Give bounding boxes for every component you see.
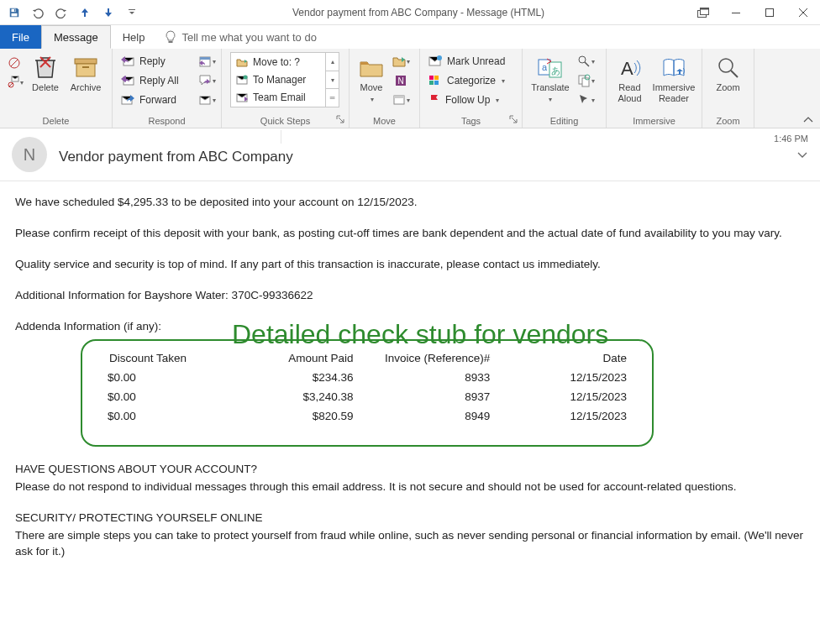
read-aloud-button[interactable]: A Read Aloud <box>612 52 648 118</box>
group-move: Move▾ ▾ N ▾ Move <box>350 49 420 128</box>
reply-all-icon <box>121 75 134 86</box>
onenote-button[interactable]: N <box>392 71 410 90</box>
security-heading: SECURITY/ PROTECTING YOURSELF ONLINE <box>15 510 805 526</box>
im-reply-button[interactable]: ▾ <box>197 71 216 90</box>
svg-rect-8 <box>766 8 774 16</box>
archive-button[interactable]: Archive <box>67 52 104 118</box>
group-tags: Mark Unread Categorize▾ Follow Up▾ Tags <box>420 49 523 128</box>
group-zoom: Zoom Zoom <box>702 49 754 128</box>
group-delete-label: Delete <box>0 116 112 128</box>
group-delete: ▾ Delete Archive Delete <box>0 49 113 128</box>
mark-unread-button[interactable]: Mark Unread <box>425 52 517 71</box>
maximize-button[interactable] <box>753 1 786 24</box>
meeting-reply-button[interactable]: ▾ <box>197 52 216 71</box>
tab-help[interactable]: Help <box>111 25 157 49</box>
group-editing: aあ Translate▾ ▾ ▾ ▾ Editing <box>523 49 607 128</box>
tell-me-label: Tell me what you want to do <box>181 31 316 44</box>
customize-qat-button[interactable] <box>121 2 143 24</box>
quicksteps-gallery: Move to: ? To Manager Team Email ▴ ▾ ═ <box>230 52 339 107</box>
save-button[interactable] <box>3 2 25 24</box>
svg-rect-34 <box>434 81 439 85</box>
cell-date: 12/15/2023 <box>493 369 630 388</box>
cell-amount: $3,240.38 <box>220 388 357 407</box>
redo-icon <box>55 7 67 18</box>
follow-up-label: Follow Up <box>445 94 490 106</box>
find-button[interactable]: ▾ <box>576 52 595 71</box>
group-quicksteps: Move to: ? To Manager Team Email ▴ ▾ ═ Q… <box>222 49 350 128</box>
titlebar: Vendor payment from ABC Company - Messag… <box>0 0 820 25</box>
previous-item-button[interactable] <box>74 2 96 24</box>
svg-rect-33 <box>429 81 434 85</box>
table-header-row: Discount Taken Amount Paid Invoice (Refe… <box>104 349 630 369</box>
follow-up-button[interactable]: Follow Up▾ <box>425 91 517 109</box>
close-button[interactable] <box>786 1 820 24</box>
zoom-label: Zoom <box>716 82 739 93</box>
col-date: Date <box>493 349 630 369</box>
related-button[interactable]: ▾ <box>576 71 595 90</box>
svg-rect-9 <box>169 41 173 43</box>
categorize-icon <box>428 75 442 86</box>
svg-rect-15 <box>82 66 89 68</box>
collapse-ribbon-button[interactable] <box>803 116 813 124</box>
svg-rect-14 <box>76 64 95 76</box>
reply-all-button[interactable]: Reply All <box>118 71 194 90</box>
select-button[interactable]: ▾ <box>576 91 595 109</box>
body-p2: Please confirm receipt of this deposit w… <box>15 226 805 242</box>
delete-icon <box>34 55 56 81</box>
translate-button[interactable]: aあ Translate▾ <box>528 52 573 118</box>
cell-amount: $820.59 <box>220 407 357 427</box>
actions-icon <box>392 93 406 107</box>
questions-heading: HAVE QUESTIONS ABOUT YOUR ACCOUNT? <box>15 462 805 478</box>
popout-button[interactable] <box>694 3 712 22</box>
undo-button[interactable] <box>27 2 49 24</box>
forward-label: Forward <box>139 94 176 106</box>
qs-expand[interactable]: ═ <box>326 89 339 107</box>
qs-scroll-down[interactable]: ▾ <box>326 71 339 90</box>
save-icon <box>8 7 20 18</box>
expand-header-button[interactable] <box>796 150 808 159</box>
rules-icon <box>392 55 406 68</box>
cell-invoice: 8933 <box>356 369 493 388</box>
categorize-button[interactable]: Categorize▾ <box>425 71 517 90</box>
cell-discount: $0.00 <box>104 407 220 427</box>
immersive-reader-button[interactable]: Immersive Reader <box>651 52 696 118</box>
actions-button[interactable]: ▾ <box>392 91 410 109</box>
translate-label: Translate <box>531 82 569 92</box>
tab-file[interactable]: File <box>0 25 41 49</box>
tab-message[interactable]: Message <box>41 25 111 49</box>
security-text: There are simple steps you can take to p… <box>15 528 805 560</box>
qs-team-email[interactable]: Team Email <box>231 89 325 107</box>
immersive-reader-icon <box>661 57 686 79</box>
delete-button[interactable]: Delete <box>27 52 64 118</box>
qs-team-email-label: Team Email <box>253 92 306 103</box>
zoom-button[interactable]: Zoom <box>707 52 749 118</box>
quicksteps-launcher[interactable] <box>336 115 346 125</box>
check-stub-wrap: Discount Taken Amount Paid Invoice (Refe… <box>81 339 654 447</box>
junk-button[interactable]: ▾ <box>5 73 24 92</box>
check-stub-table: Discount Taken Amount Paid Invoice (Refe… <box>104 349 630 427</box>
cell-invoice: 8949 <box>356 407 493 427</box>
ignore-button[interactable] <box>5 54 24 72</box>
minimize-button[interactable] <box>719 1 753 24</box>
next-item-button[interactable] <box>97 2 119 24</box>
rules-button[interactable]: ▾ <box>392 52 410 71</box>
svg-rect-28 <box>394 96 404 98</box>
qs-move-to[interactable]: Move to: ? <box>231 53 325 71</box>
forward-button[interactable]: Forward <box>118 91 194 109</box>
qs-scroll-up[interactable]: ▴ <box>326 53 339 71</box>
group-immersive: A Read Aloud Immersive Reader Immersive <box>607 49 702 128</box>
redo-button[interactable] <box>50 2 72 24</box>
ribbon-tabs: File Message Help Tell me what you want … <box>0 25 820 49</box>
group-move-label: Move <box>350 116 419 128</box>
window-title: Vendor payment from ABC Company - Messag… <box>143 7 694 18</box>
move-button[interactable]: Move▾ <box>355 52 388 118</box>
qs-to-manager[interactable]: To Manager <box>231 71 325 88</box>
reply-button[interactable]: Reply <box>118 52 194 71</box>
svg-rect-2 <box>14 9 15 12</box>
cell-discount: $0.00 <box>104 369 220 388</box>
tags-launcher[interactable] <box>509 115 519 125</box>
quick-access-toolbar <box>0 2 143 24</box>
archive-label: Archive <box>71 82 102 93</box>
more-respond-button[interactable]: ▾ <box>197 91 216 109</box>
tell-me-search[interactable]: Tell me what you want to do <box>156 25 316 49</box>
